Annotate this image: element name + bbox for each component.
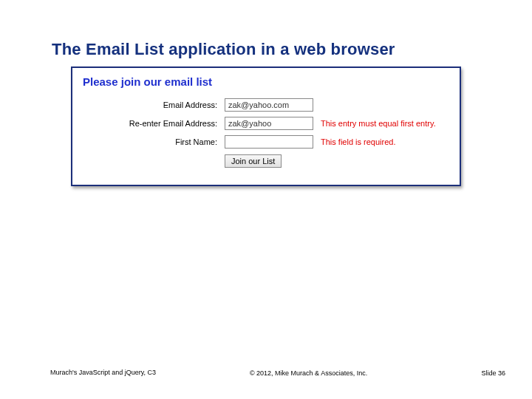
form-row: Email Address: (83, 97, 449, 113)
error-email-confirm: This entry must equal first entry. (313, 119, 436, 128)
footer-slide-number: Slide 36 (461, 369, 505, 377)
submit-row: Join our List (83, 154, 449, 168)
input-email-confirm[interactable] (225, 117, 313, 130)
form-heading: Please join our email list (83, 75, 449, 88)
browser-screenshot: Please join our email list Email Address… (71, 66, 461, 186)
slide-title: The Email List application in a web brow… (52, 40, 395, 59)
form-row: Re-enter Email Address: This entry must … (83, 115, 449, 132)
label-first-name: First Name: (83, 137, 225, 146)
error-first-name: This field is required. (313, 137, 396, 146)
label-email-confirm: Re-enter Email Address: (83, 119, 225, 128)
input-first-name[interactable] (225, 135, 313, 149)
footer-copyright: © 2012, Mike Murach & Associates, Inc. (156, 369, 461, 377)
form-row: First Name: This field is required. (83, 134, 449, 150)
slide: The Email List application in a web brow… (0, 0, 532, 399)
input-email[interactable] (225, 98, 313, 112)
footer-book-ref: Murach's JavaScript and jQuery, C3 (50, 369, 156, 377)
label-email: Email Address: (83, 100, 225, 109)
join-button[interactable]: Join our List (225, 154, 282, 168)
footer: Murach's JavaScript and jQuery, C3 © 201… (50, 369, 505, 377)
